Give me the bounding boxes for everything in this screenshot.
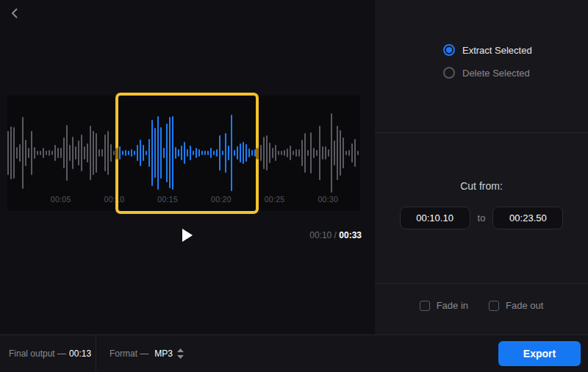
radio-off-icon [443,67,455,79]
cut-end-input[interactable] [492,207,563,229]
selection-handle-right[interactable] [256,148,259,160]
bottom-bar: Final output —00:13 Format — MP3 Export [0,335,588,372]
total-time: 00:33 [339,230,362,240]
cut-range-row: to [375,207,588,229]
play-button[interactable] [179,227,195,243]
editor-area: 00:0500:1000:1500:2000:2500:30 00:10 / 0… [0,0,375,335]
checkbox-icon [489,301,499,311]
time-separator: / [331,230,339,240]
settings-panel: Extract Selected Delete Selected Cut fro… [375,0,588,335]
fade-options-row: Fade in Fade out [375,300,588,311]
fade-out-label: Fade out [506,300,543,311]
cut-section: Cut from: to [375,132,588,283]
format-label: Format — [110,348,148,359]
stepper-arrows-icon [177,348,184,359]
back-button[interactable] [6,4,24,22]
cut-from-title: Cut from: [375,180,588,192]
waveform-panel: 00:0500:1000:1500:2000:2500:30 [7,96,360,211]
format-select[interactable]: Format — MP3 [96,348,184,359]
final-output-value: 00:13 [69,348,91,359]
cut-to-word: to [478,212,486,223]
radio-delete-selected[interactable]: Delete Selected [443,67,532,79]
selection-region[interactable] [115,93,259,214]
radio-on-icon [443,44,455,56]
current-time: 00:10 [309,230,331,240]
mode-section: Extract Selected Delete Selected [375,0,588,132]
fade-section: Fade in Fade out [375,283,588,335]
format-value: MP3 [154,348,173,359]
playback-time: 00:10 / 00:33 [309,230,362,240]
fade-out-checkbox-row[interactable]: Fade out [489,300,543,311]
fade-in-label: Fade in [437,300,468,311]
radio-delete-label: Delete Selected [462,68,530,79]
radio-extract-label: Extract Selected [462,45,532,56]
checkbox-icon [420,301,430,311]
chevron-left-icon [7,6,22,21]
final-output-info: Final output —00:13 [0,348,96,359]
mode-radio-group: Extract Selected Delete Selected [443,44,532,79]
cut-start-input[interactable] [400,207,470,229]
fade-in-checkbox-row[interactable]: Fade in [420,300,468,311]
play-icon [182,229,193,242]
final-output-label: Final output — [9,348,66,359]
selection-handle-left[interactable] [115,148,118,160]
radio-extract-selected[interactable]: Extract Selected [443,44,532,56]
export-button[interactable]: Export [498,341,581,366]
